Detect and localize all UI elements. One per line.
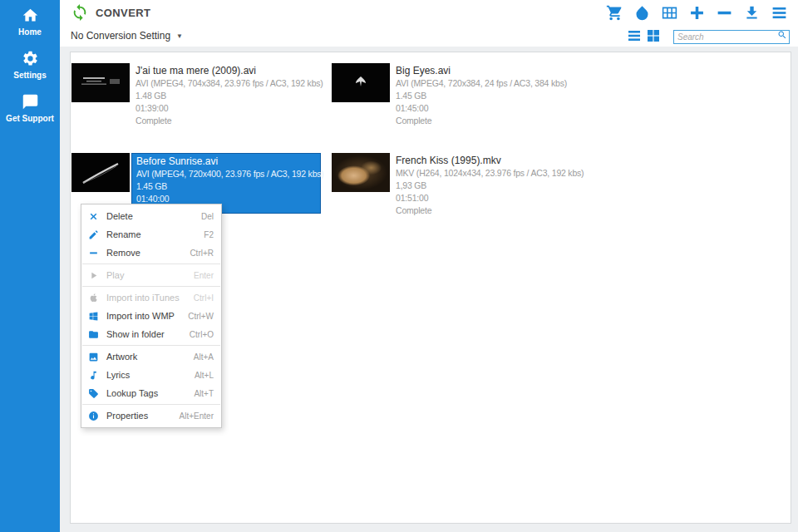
menu-item-play: Play Enter [81, 266, 221, 284]
topbar-icons [606, 4, 798, 22]
file-title: Big Eyes.avi [396, 65, 575, 77]
menu-item-shortcut: Alt+T [194, 389, 214, 398]
sidebar-item-label: Home [18, 27, 42, 37]
file-format: AVI (MPEG4, 720x400, 23.976 fps / AC3, 1… [136, 168, 316, 180]
menu-item-remove[interactable]: Remove Ctrl+R [81, 244, 221, 262]
menu-item-label: Delete [106, 211, 133, 221]
menu-item-shortcut: Alt+A [194, 352, 214, 362]
menu-item-label: Properties [106, 411, 148, 421]
menu-item-lookup-tags[interactable]: Lookup Tags Alt+T [81, 384, 221, 402]
menu-icon [771, 4, 788, 22]
menu-separator [82, 286, 220, 287]
menu-separator [82, 345, 220, 346]
search-input[interactable] [673, 30, 790, 44]
add-button[interactable] [688, 4, 706, 22]
menu-item-shortcut: F2 [204, 230, 214, 239]
menu-item-show-in-folder[interactable]: Show in folder Ctrl+O [81, 325, 221, 343]
minus-icon [88, 248, 99, 259]
thumbnail-art [71, 63, 130, 102]
chat-icon [22, 93, 39, 111]
minus-icon [716, 4, 733, 22]
windows-icon [88, 311, 99, 322]
music-note-icon [88, 370, 99, 381]
menu-item-properties[interactable]: Properties Alt+Enter [81, 406, 221, 425]
info-icon [88, 411, 99, 421]
film-icon [661, 4, 678, 22]
sidebar-item-home[interactable]: Home [0, 0, 60, 37]
menu-item-import-wmp[interactable]: Import into WMP Ctrl+W [81, 307, 221, 325]
play-icon [88, 270, 99, 281]
folder-icon [88, 329, 99, 340]
search-icon [777, 30, 787, 40]
add-icon [688, 4, 706, 22]
conversion-setting-dropdown[interactable]: No Conversion Setting ▼ [71, 30, 183, 42]
delete-icon [88, 211, 99, 222]
app-title: CONVERT [96, 7, 150, 19]
sidebar: Home Settings Get Support [0, 0, 60, 532]
file-status: Complete [135, 115, 315, 127]
app-window: Home Settings Get Support CONVERT [0, 0, 798, 532]
home-icon [22, 7, 39, 24]
file-format: AVI (MPEG4, 704x384, 23.976 fps / AC3, 1… [135, 77, 315, 90]
file-card[interactable]: J'ai tue ma mere (2009).avi AVI (MPEG4, … [71, 63, 332, 153]
file-title: J'ai tue ma mere (2009).avi [135, 65, 315, 77]
menu-item-shortcut: Ctrl+W [188, 312, 214, 321]
file-duration: 01:51:00 [396, 192, 575, 204]
sidebar-item-label: Get Support [6, 114, 54, 123]
video-thumbnail [332, 153, 390, 192]
menu-item-shortcut: Ctrl+R [190, 249, 214, 258]
grid-view-icon [647, 29, 660, 42]
menu-separator [82, 404, 220, 405]
topbar: CONVERT [60, 0, 798, 25]
menu-item-lyrics[interactable]: Lyrics Alt+L [81, 366, 221, 384]
video-thumbnail [71, 153, 130, 192]
file-size: 1,93 GB [396, 180, 575, 192]
list-view-icon [628, 29, 641, 42]
file-status: Complete [396, 115, 575, 127]
menu-item-label: Show in folder [106, 329, 165, 339]
menu-separator [82, 264, 220, 264]
drop-icon [633, 4, 651, 22]
list-view-button[interactable] [628, 29, 641, 42]
menu-item-label: Play [106, 270, 124, 280]
recycle-logo-icon [71, 3, 89, 22]
menu-item-label: Import into WMP [106, 311, 175, 321]
file-card[interactable]: Big Eyes.avi AVI (MPEG4, 720x384, 24 fps… [332, 63, 592, 153]
download-icon [743, 4, 761, 22]
menu-item-shortcut: Ctrl+I [194, 293, 214, 303]
file-size: 1.48 GB [135, 90, 315, 102]
menu-item-shortcut: Alt+L [195, 371, 214, 380]
gear-icon [22, 50, 39, 67]
menu-item-label: Lyrics [106, 370, 130, 380]
menu-button[interactable] [771, 4, 788, 22]
film-button[interactable] [661, 4, 678, 22]
menu-item-delete[interactable]: Delete Del [81, 207, 221, 225]
menu-item-rename[interactable]: Rename F2 [81, 225, 221, 244]
sidebar-item-settings[interactable]: Settings [0, 50, 60, 80]
file-info: J'ai tue ma mere (2009).avi AVI (MPEG4, … [131, 63, 319, 131]
menu-item-shortcut: Del [201, 212, 214, 221]
context-menu: Delete Del Rename F2 Remove Ctrl+R Play … [81, 204, 222, 428]
thumbnail-art [71, 153, 130, 192]
drop-button[interactable] [633, 4, 651, 22]
sidebar-item-label: Settings [13, 71, 46, 80]
cart-button[interactable] [606, 4, 623, 22]
download-button[interactable] [743, 4, 761, 22]
menu-item-shortcut: Alt+Enter [180, 411, 214, 421]
file-status: Complete [396, 204, 575, 217]
menu-item-shortcut: Enter [194, 271, 214, 280]
view-toggles [628, 29, 660, 42]
chevron-down-icon: ▼ [176, 32, 183, 40]
file-size: 1.45 GB [396, 90, 575, 102]
menu-item-label: Import into iTunes [106, 293, 180, 303]
video-thumbnail [332, 63, 390, 102]
file-info: Big Eyes.avi AVI (MPEG4, 720x384, 24 fps… [392, 63, 579, 131]
file-card[interactable]: French Kiss (1995).mkv MKV (H264, 1024x4… [332, 153, 592, 243]
file-format: MKV (H264, 1024x434, 23.976 fps / AC3, 1… [396, 167, 575, 180]
grid-view-button[interactable] [647, 29, 660, 42]
sidebar-item-get-support[interactable]: Get Support [0, 93, 60, 123]
menu-item-artwork[interactable]: Artwork Alt+A [81, 347, 221, 366]
remove-button[interactable] [716, 4, 733, 22]
file-title: Before Sunrise.avi [136, 155, 316, 168]
menu-item-label: Remove [106, 248, 140, 258]
